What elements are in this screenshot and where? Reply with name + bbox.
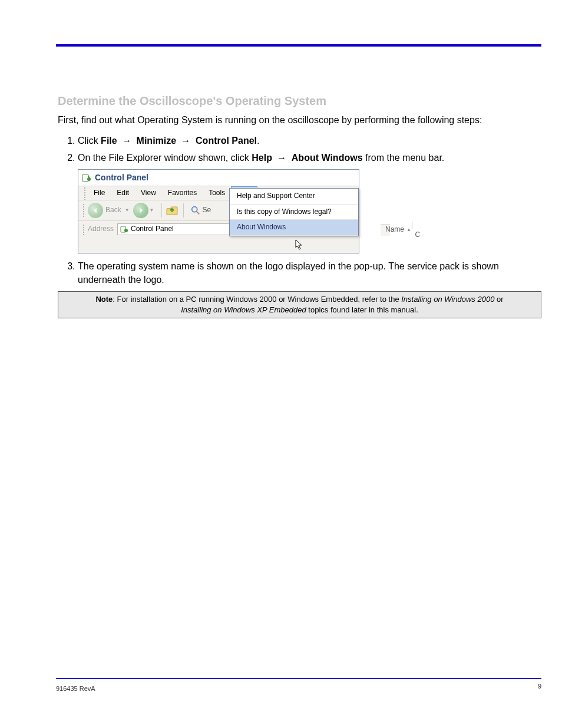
address-value: Control Panel: [131, 224, 174, 234]
section-heading: Determine the Oscilloscope's Operating S…: [58, 94, 541, 108]
window-title: Control Panel: [95, 172, 148, 183]
svg-point-2: [191, 207, 197, 212]
step-3: The operating system name is shown on th…: [78, 259, 541, 286]
forward-button[interactable]: [133, 203, 148, 218]
note-i1: Installing on Windows 2000: [401, 295, 494, 304]
header-rule: [56, 44, 541, 47]
menu-favorites[interactable]: Favorites: [162, 186, 203, 200]
search-icon[interactable]: [190, 205, 201, 216]
back-label: Back: [105, 205, 121, 215]
step2-text-d: from the menu bar.: [365, 153, 444, 163]
separator: [183, 203, 184, 218]
help-menu-item-support[interactable]: Help and Support Center: [230, 189, 358, 204]
note-t2: or: [494, 295, 503, 304]
svg-rect-0: [82, 174, 88, 182]
step2-text-a: On the File Explorer window shown, click: [78, 153, 252, 163]
folder-up-button[interactable]: [166, 204, 180, 217]
column-header-row: Name ▲ | C: [381, 224, 390, 236]
help-dropdown-menu: Help and Support Center Is this copy of …: [229, 188, 359, 236]
back-button[interactable]: [88, 203, 103, 218]
dropdown-icon[interactable]: ▼: [125, 207, 130, 214]
page-number: 9: [538, 683, 541, 690]
grip-icon[interactable]: [82, 223, 85, 235]
dropdown-icon[interactable]: ▼: [150, 207, 154, 214]
help-menu-item-legal[interactable]: Is this copy of Windows legal?: [230, 205, 358, 220]
arrow-icon: →: [122, 134, 131, 147]
arrow-icon: →: [277, 151, 286, 164]
step-1: Click File → Minimize → Control Panel.: [78, 134, 541, 147]
cursor-icon: [295, 239, 305, 251]
menu-edit[interactable]: Edit: [111, 186, 135, 200]
footer-rule: [56, 678, 541, 679]
grip-icon[interactable]: [83, 186, 87, 200]
steps-list: Click File → Minimize → Control Panel. O…: [58, 134, 541, 286]
name-column[interactable]: Name ▲: [385, 225, 411, 235]
help-menu-item-about[interactable]: About Windows: [230, 220, 358, 235]
control-panel-icon: [82, 173, 91, 183]
menu-tools[interactable]: Tools: [203, 186, 231, 200]
note-box: Note: For installation on a PC running W…: [58, 291, 541, 318]
step-2: On the File Explorer window shown, click…: [78, 151, 541, 253]
note-t3: topics found later in this manual.: [306, 305, 418, 314]
c-column[interactable]: C: [415, 230, 421, 239]
menu-view[interactable]: View: [135, 186, 162, 200]
step1-text-a: Click: [78, 136, 101, 146]
sort-ascending-icon: ▲: [406, 226, 411, 233]
step1-controlpanel: Control Panel: [196, 136, 257, 146]
svg-point-1: [87, 177, 91, 181]
note-i2: Installing on Windows XP Embedded: [181, 305, 306, 314]
control-panel-window: Control Panel File Edit View Favorites T…: [78, 169, 359, 253]
step1-file: File: [101, 136, 117, 146]
svg-line-3: [196, 212, 199, 215]
control-panel-icon: [120, 225, 128, 233]
footer-rev: 916435 RevA: [56, 685, 95, 692]
step1-minimize: Minimize: [137, 136, 177, 146]
window-titlebar: Control Panel: [78, 170, 359, 186]
arrow-icon: →: [181, 134, 191, 147]
intro-paragraph: First, find out what Operating System is…: [58, 115, 541, 126]
search-label-fragment: Se: [203, 205, 211, 215]
step2-help: Help: [252, 153, 272, 163]
page-footer: 916435 RevA 9: [56, 678, 541, 693]
svg-point-5: [124, 229, 128, 232]
page-content: Determine the Oscilloscope's Operating S…: [58, 94, 541, 318]
step2-about: About Windows: [292, 153, 363, 163]
menu-file[interactable]: File: [88, 186, 111, 200]
grip-icon[interactable]: [82, 203, 85, 218]
address-label: Address: [88, 224, 114, 234]
note-label: Note: [95, 295, 113, 304]
separator: [161, 203, 162, 218]
note-t1: : For installation on a PC running Windo…: [113, 295, 401, 304]
